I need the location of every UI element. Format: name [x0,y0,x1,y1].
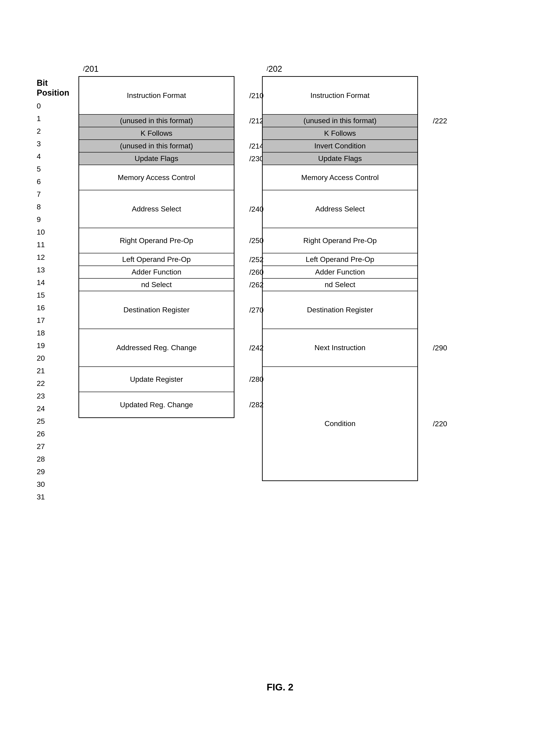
field-row: Instruction Format/210 [79,77,234,115]
columns-row: /201 Instruction Format/210(unused in th… [78,64,418,481]
field-row: nd Select [263,279,417,291]
col2-wrapper: /202 Instruction Format(unused in this f… [262,64,418,481]
bit-row: 12 [37,251,69,264]
bit-row: 9 [37,213,69,226]
field-row: Left Operand Pre-Op/252 [79,253,234,266]
field-row: Updated Reg. Change/282 [79,392,234,417]
bit-row: 4 [37,150,69,163]
field-row: (unused in this format)/214 [79,140,234,153]
diagram-container: Bit Position 012345678910111213141516171… [37,64,418,503]
bit-row: 3 [37,137,69,150]
field-row: Right Operand Pre-Op [263,228,417,253]
bit-row: 13 [37,264,69,276]
ref-label: /260 [249,268,264,276]
ref-label: /280 [249,375,264,383]
ref-label: /290 [433,344,447,352]
bit-row: 17 [37,314,69,327]
ref-label: /222 [433,117,447,125]
field-row: K Follows [79,127,234,140]
ref-label: /210 [249,91,264,100]
bit-row: 27 [37,440,69,453]
field-row: Instruction Format [263,77,417,115]
bit-row: 28 [37,453,69,465]
field-row: Update Flags/230 [79,153,234,165]
field-row: Right Operand Pre-Op/250 [79,228,234,253]
ref-label: /270 [249,306,264,314]
ref-label: /242 [249,344,264,352]
bit-labels: Bit Position 012345678910111213141516171… [37,64,69,503]
ref-label: /212 [249,117,264,125]
bit-row: 8 [37,201,69,213]
bit-row: 1 [37,112,69,125]
field-row: Destination Register/270 [79,291,234,329]
bit-row: 30 [37,478,69,490]
bit-row: 6 [37,175,69,188]
field-row: Condition/220 [263,367,417,480]
bit-row: 10 [37,226,69,238]
bit-row: 15 [37,289,69,301]
field-row: Memory Access Control [79,165,234,190]
col2-header: /202 [262,64,282,74]
bit-row: 5 [37,163,69,175]
bit-row: 18 [37,327,69,339]
ref-label: /220 [433,419,447,428]
bit-rows: 0123456789101112131415161718192021222324… [37,100,69,503]
ref-label: /262 [249,281,264,289]
ref-label: /240 [249,205,264,213]
bit-row: 26 [37,427,69,440]
col1-box: Instruction Format/210(unused in this fo… [78,76,234,418]
field-row: Destination Register [263,291,417,329]
bit-row: 23 [37,389,69,402]
ref-label: /214 [249,142,264,150]
bit-row: 16 [37,301,69,314]
bit-row: 22 [37,377,69,389]
field-row: Adder Function/260 [79,266,234,279]
field-row: Addressed Reg. Change/242 [79,329,234,367]
bit-row: 2 [37,125,69,137]
bit-row: 20 [37,352,69,365]
ref-label: /250 [249,237,264,245]
field-row: K Follows [263,127,417,140]
bit-row: 25 [37,415,69,427]
field-row: Invert Condition [263,140,417,153]
bit-row: 21 [37,365,69,377]
field-row: Update Flags [263,153,417,165]
ref-label: /282 [249,400,264,409]
bit-row: 19 [37,339,69,352]
ref-label: /252 [249,255,264,264]
bit-row: 14 [37,276,69,289]
field-row: nd Select/262 [79,279,234,291]
bit-row: 24 [37,402,69,415]
col2-box: Instruction Format(unused in this format… [262,76,418,481]
field-row: Address Select [263,190,417,228]
bit-row: 31 [37,490,69,503]
field-row: Next Instruction/290 [263,329,417,367]
field-row: Adder Function [263,266,417,279]
bit-row: 7 [37,188,69,201]
bit-row: 11 [37,238,69,251]
bit-row: 29 [37,465,69,478]
field-row: Memory Access Control [263,165,417,190]
col1-header: /201 [78,64,99,74]
field-row: (unused in this format)/212 [79,115,234,127]
field-row: Update Register/280 [79,367,234,392]
field-row: (unused in this format)/222 [263,115,417,127]
col1-wrapper: /201 Instruction Format/210(unused in th… [78,64,234,418]
ref-label: /230 [249,154,264,163]
bit-header: Bit Position [37,78,69,98]
field-row: Left Operand Pre-Op [263,253,417,266]
figure-caption: FIG. 2 [267,682,293,693]
field-row: Address Select/240 [79,190,234,228]
bit-row: 0 [37,100,69,112]
